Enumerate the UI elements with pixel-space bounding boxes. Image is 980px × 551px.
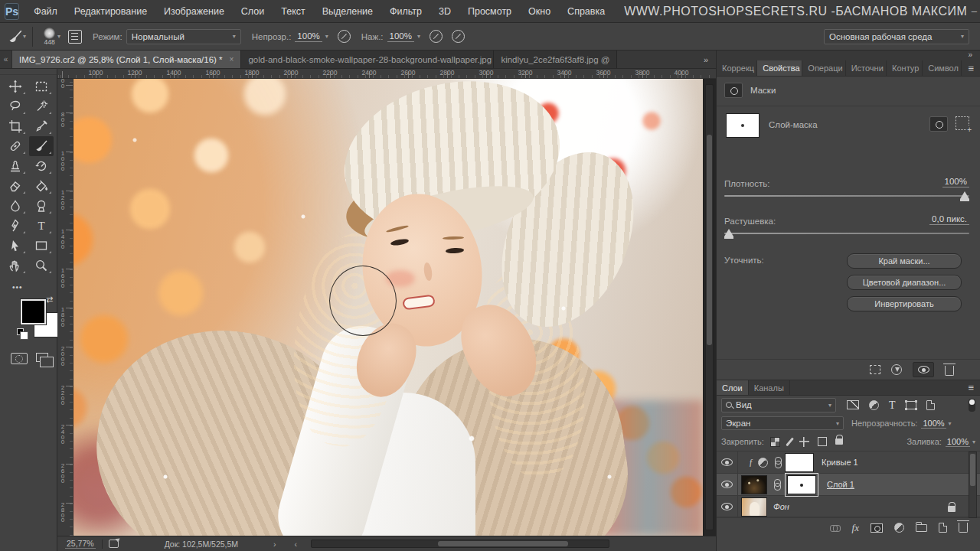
menu-item[interactable]: Выделение: [314, 0, 381, 23]
curves-mask-thumbnail[interactable]: [785, 453, 814, 472]
layer-name[interactable]: Слой 1: [827, 480, 854, 489]
menu-item[interactable]: Слои: [233, 0, 273, 23]
tab-adjustments[interactable]: Коррекц: [717, 60, 757, 76]
collapse-left-icon[interactable]: «: [0, 51, 12, 68]
mask-visibility-toggle[interactable]: [913, 362, 934, 377]
rectangular-marquee-tool[interactable]: [29, 77, 54, 96]
chevron-down-icon[interactable]: ▾: [325, 33, 328, 40]
smart-object-filter-icon[interactable]: [926, 400, 935, 410]
collapse-panels-icon[interactable]: »: [968, 51, 972, 59]
mask-link-icon[interactable]: [774, 479, 780, 491]
menu-item[interactable]: Текст: [273, 0, 313, 23]
pressure-size-icon[interactable]: [452, 30, 465, 43]
chevron-down-icon[interactable]: ▾: [417, 33, 420, 40]
menu-item[interactable]: Редактирование: [66, 0, 155, 23]
density-slider[interactable]: [724, 195, 969, 197]
scrollbar-thumb[interactable]: [707, 135, 712, 345]
density-slider-thumb[interactable]: [960, 191, 969, 199]
density-value[interactable]: 100%: [942, 177, 969, 187]
crop-tool[interactable]: [3, 116, 28, 136]
fill-value[interactable]: 100%: [946, 437, 970, 447]
new-group-folder-icon[interactable]: [916, 524, 927, 532]
scrollbar-thumb[interactable]: [438, 541, 568, 546]
shape-filter-icon[interactable]: [906, 401, 916, 409]
lock-paint-icon[interactable]: [786, 437, 794, 446]
eyedropper-tool[interactable]: [29, 116, 54, 136]
layer-row-layer1[interactable]: Слой 1: [717, 474, 980, 496]
scroll-left-arrow-icon[interactable]: ‹: [295, 540, 298, 549]
menu-item[interactable]: 3D: [430, 0, 459, 23]
blend-mode-select[interactable]: Нормальный ▾: [126, 29, 241, 44]
link-layers-icon[interactable]: [830, 525, 841, 530]
add-mask-icon[interactable]: [871, 523, 883, 533]
layer-style-fx-icon[interactable]: fx: [852, 522, 859, 534]
zoom-tool[interactable]: [29, 256, 54, 276]
menu-item[interactable]: Справка: [559, 0, 613, 23]
move-tool[interactable]: [3, 77, 28, 96]
document-tab-1[interactable]: IMG_9726.cr2 @ 25,8% (Слой 1, Слой-маска…: [12, 51, 241, 68]
eraser-tool[interactable]: [3, 176, 28, 196]
canvas[interactable]: [74, 79, 703, 536]
layer-thumbnail[interactable]: [741, 475, 767, 494]
adjustment-filter-icon[interactable]: [869, 400, 879, 410]
tab-character[interactable]: Символ: [923, 60, 962, 76]
dodge-tool[interactable]: [29, 196, 54, 216]
invert-button[interactable]: Инвертировать: [847, 296, 962, 311]
mask-edge-button[interactable]: Край маски...: [847, 253, 962, 269]
opacity-value[interactable]: 100%: [921, 419, 946, 429]
zoom-level-field[interactable]: 25,77%: [65, 539, 96, 549]
feather-slider-thumb[interactable]: [724, 229, 733, 236]
toggle-brush-panel-icon[interactable]: [68, 30, 82, 44]
layer-row-background[interactable]: Фон: [717, 496, 980, 518]
menu-item[interactable]: Изображение: [155, 0, 233, 23]
opacity-value[interactable]: 100%: [295, 31, 322, 42]
lock-artboard-icon[interactable]: [818, 437, 827, 446]
blur-tool[interactable]: [3, 196, 28, 216]
pressure-opacity-icon[interactable]: [338, 30, 351, 43]
filter-toggle-icon[interactable]: [969, 399, 975, 412]
layer-name[interactable]: Фон: [773, 502, 789, 511]
spot-healing-brush-tool[interactable]: [3, 136, 28, 156]
pixel-filter-icon[interactable]: [847, 400, 859, 409]
new-layer-icon[interactable]: [939, 523, 947, 533]
hand-tool[interactable]: [3, 256, 28, 276]
status-options-arrow-icon[interactable]: ›: [273, 540, 276, 549]
menu-item[interactable]: Окно: [520, 0, 559, 23]
tab-clone-source[interactable]: Источни: [846, 60, 887, 76]
visibility-cell[interactable]: [717, 496, 738, 517]
paint-bucket-tool[interactable]: [29, 176, 54, 196]
current-tool-brush-icon[interactable]: ▾: [8, 29, 26, 44]
lock-all-icon[interactable]: [835, 439, 843, 445]
menu-item[interactable]: Просмотр: [459, 0, 520, 23]
airbrush-icon[interactable]: [430, 30, 443, 43]
quick-mask-mode-icon[interactable]: [11, 353, 28, 364]
screen-mode-icon[interactable]: [36, 353, 48, 362]
rectangle-shape-tool[interactable]: [29, 236, 54, 256]
load-selection-icon[interactable]: [870, 365, 880, 374]
document-tab-2[interactable]: gold-and-black-smoke-wallpaper-28-backgr…: [241, 51, 494, 68]
document-tab-3[interactable]: kindlyu_2ce2fa6f3af8.jpg @: [494, 51, 617, 68]
visibility-cell[interactable]: [717, 474, 738, 495]
layers-scrollbar[interactable]: [969, 452, 977, 518]
tab-properties[interactable]: Свойства: [757, 60, 802, 76]
feather-value[interactable]: 0,0 пикс.: [929, 214, 969, 225]
quick-selection-tool[interactable]: [29, 96, 54, 116]
swap-colors-icon[interactable]: ⇄: [46, 295, 53, 305]
tab-overflow-icon[interactable]: »: [696, 51, 716, 68]
lock-transparency-icon[interactable]: [770, 437, 780, 447]
visibility-cell[interactable]: [717, 452, 738, 473]
brush-tool[interactable]: [29, 136, 54, 156]
path-selection-tool[interactable]: [3, 236, 28, 256]
flow-value[interactable]: 100%: [387, 31, 414, 42]
panel-menu-icon[interactable]: ≡: [962, 380, 980, 395]
pen-tool[interactable]: [3, 216, 28, 236]
brush-preset-picker[interactable]: 448: [44, 28, 55, 46]
panel-menu-icon[interactable]: ≡: [962, 60, 980, 76]
edit-toolbar-icon[interactable]: •••: [0, 276, 57, 292]
add-vector-mask-icon[interactable]: [956, 116, 969, 130]
layer-mask-thumbnail[interactable]: [726, 113, 760, 138]
color-range-button[interactable]: Цветовой диапазон...: [847, 275, 962, 290]
type-filter-icon[interactable]: T: [889, 400, 896, 410]
share-image-icon[interactable]: [109, 540, 119, 548]
new-adjustment-icon[interactable]: [894, 523, 904, 533]
